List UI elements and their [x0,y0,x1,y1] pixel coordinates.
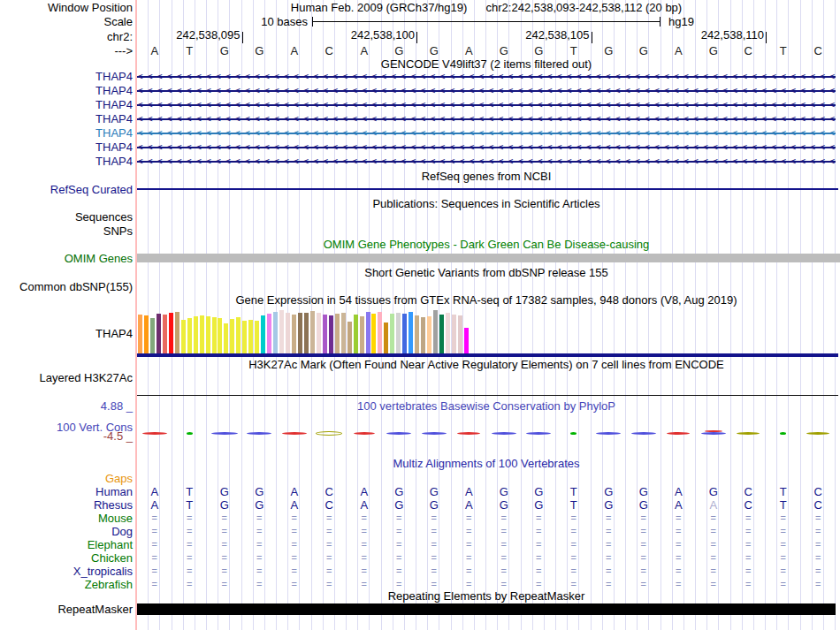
gtex-tissue-bar[interactable] [446,313,450,353]
phylop-score-mark[interactable] [570,432,577,435]
gtex-tissue-bar[interactable] [323,315,327,353]
repeatmasker-element-bar[interactable] [137,603,836,615]
gtex-tissue-bar[interactable] [200,315,204,353]
gtex-tissue-bar[interactable] [347,322,352,353]
gtex-tissue-bar[interactable] [163,315,167,353]
phylop-score-mark[interactable] [457,432,480,435]
gene-label[interactable]: THAP4 [0,71,133,83]
phylop-score-mark[interactable] [806,432,829,435]
gtex-tissue-bar[interactable] [194,316,198,353]
gtex-tissue-bar[interactable] [409,312,413,353]
gtex-tissue-bar[interactable] [187,318,192,353]
species-label-chicken[interactable]: Chicken [0,552,133,564]
species-label-rhesus[interactable]: Rhesus [0,499,133,511]
gtex-tissue-bar[interactable] [175,312,179,353]
gtex-tissue-bar[interactable] [181,320,186,353]
gtex-tissue-bar[interactable] [150,318,155,353]
gtex-tissue-bar[interactable] [248,320,253,353]
gtex-tissue-bar[interactable] [157,314,161,353]
gtex-tissue-bar[interactable] [242,321,247,353]
gtex-tissue-bar[interactable] [230,319,234,353]
gene-label[interactable]: THAP4 [0,85,133,97]
gtex-tissue-bar[interactable] [292,315,296,353]
gtex-tissue-bar[interactable] [317,313,321,353]
refseq-curated-label[interactable]: RefSeq Curated [0,184,133,196]
gtex-tissue-bar[interactable] [402,314,407,353]
gtex-gene-label[interactable]: THAP4 [0,328,133,340]
gene-label[interactable]: THAP4 [0,113,133,125]
gtex-tissue-bar[interactable] [279,310,284,353]
gtex-tissue-bar[interactable] [433,310,438,353]
snps-label[interactable]: SNPs [0,225,133,238]
gtex-tissue-bar[interactable] [329,315,333,353]
gene-label[interactable]: THAP4 [0,127,133,140]
gene-arrow-line[interactable]: <<<<<<<<<<<<<<<<<<<<<<<<<<<<<<<<<<<<<<<<… [137,99,836,111]
gene-arrow-line[interactable]: <<<<<<<<<<<<<<<<<<<<<<<<<<<<<<<<<<<<<<<<… [137,113,836,125]
omim-genes-label[interactable]: OMIM Genes [0,253,133,265]
gtex-tissue-bar[interactable] [218,318,222,353]
phylop-score-mark[interactable] [187,432,193,435]
gtex-tissue-bar[interactable] [341,313,346,353]
gtex-tissue-bar[interactable] [335,314,340,353]
phylop-score-mark[interactable] [211,432,238,435]
phylop-score-mark[interactable] [780,432,786,435]
repeatmasker-label[interactable]: RepeatMasker [0,603,133,616]
gtex-tissue-bar[interactable] [384,323,388,353]
gtex-tissue-bar[interactable] [144,315,149,353]
gtex-tissue-bar[interactable] [206,316,210,353]
phylop-score-mark[interactable] [247,432,271,435]
phylop-score-mark[interactable] [282,432,307,435]
phylop-score-mark[interactable] [596,432,621,435]
gtex-tissue-bar[interactable] [236,317,241,353]
gtex-tissue-bar[interactable] [390,314,394,353]
gtex-tissue-bar[interactable] [439,315,444,353]
species-label-zebrafish[interactable]: Zebrafish [0,579,133,590]
gtex-tissue-bar[interactable] [298,313,302,353]
gtex-tissue-bar[interactable] [378,312,382,353]
phylop-score-mark[interactable] [737,432,760,435]
gtex-tissue-bar[interactable] [354,315,358,353]
gene-label[interactable]: THAP4 [0,141,133,154]
species-label-elephant[interactable]: Elephant [0,539,133,550]
phylop-score-mark[interactable] [526,432,551,435]
species-label-dog[interactable]: Dog [0,526,133,537]
gtex-tissue-bar[interactable] [169,313,173,353]
gtex-tissue-bar[interactable] [267,314,271,353]
phylop-score-mark[interactable] [492,432,516,435]
phylop-score-mark[interactable] [701,432,726,435]
h3k27ac-baseline[interactable] [137,395,838,397]
phylop-score-mark[interactable] [316,431,342,436]
gtex-tissue-bar[interactable] [310,311,315,353]
refseq-gene-line[interactable] [137,188,838,190]
phylop-score-mark[interactable] [386,432,411,435]
phylop-score-mark[interactable] [667,432,690,435]
gtex-tissue-bar[interactable] [464,328,469,353]
gtex-tissue-bar[interactable] [286,313,290,353]
gene-arrow-line[interactable]: <<<<<<<<<<<<<<<<<<<<<<<<<<<<<<<<<<<<<<<<… [137,85,836,97]
gtex-tissue-bar[interactable] [458,315,462,353]
gtex-tissue-bar[interactable] [371,314,376,353]
gtex-tissue-bar[interactable] [261,315,265,353]
gtex-tissue-bar[interactable] [452,315,456,353]
omim-gene-bar[interactable] [137,254,840,262]
phylop-score-mark[interactable] [631,432,656,435]
gene-arrow-line[interactable]: <<<<<<<<<<<<<<<<<<<<<<<<<<<<<<<<<<<<<<<<… [137,141,836,154]
gtex-tissue-bar[interactable] [366,312,370,353]
gtex-tissue-bar[interactable] [212,317,217,353]
phylop-score-mark[interactable] [142,432,167,435]
gtex-gene-model-bar[interactable] [137,353,838,357]
common-dbsnp-label[interactable]: Common dbSNP(155) [0,281,133,293]
gene-label[interactable]: THAP4 [0,156,133,168]
species-label-x_tropicalis[interactable]: X_tropicalis [0,565,133,577]
gtex-tissue-bar[interactable] [273,312,278,353]
gene-label[interactable]: THAP4 [0,99,133,111]
gene-arrow-line[interactable]: <<<<<<<<<<<<<<<<<<<<<<<<<<<<<<<<<<<<<<<<… [137,156,836,168]
species-label-human[interactable]: Human [0,486,133,497]
strand-direction-label[interactable]: ---> [0,45,133,57]
gtex-tissue-bar[interactable] [396,313,401,353]
sequences-label[interactable]: Sequences [0,211,133,224]
gtex-expression-bars[interactable] [137,309,836,353]
gtex-tissue-bar[interactable] [304,313,309,353]
gtex-tissue-bar[interactable] [421,317,425,353]
gtex-tissue-bar[interactable] [415,315,419,353]
